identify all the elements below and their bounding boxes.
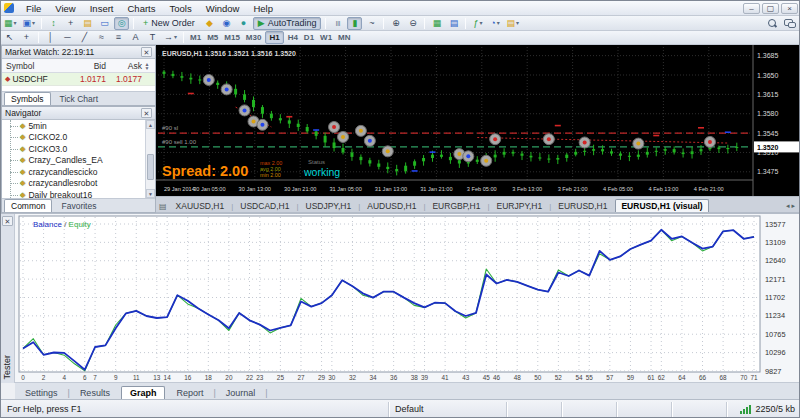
strategy-tester-button[interactable]: ◎ [114,17,129,30]
crosshair-tool-button[interactable]: + [19,31,34,44]
tester-tab-results[interactable]: Results [71,386,119,399]
minimize-button[interactable]: – [743,3,760,14]
market-watch-scroll[interactable]: ▲▼ [142,62,152,70]
line-chart-button[interactable]: ~ [364,17,379,30]
crosshair-icon: + [24,32,29,43]
indicators-button[interactable]: ƒ▾ [470,17,485,30]
experts-button[interactable]: ◉ [219,17,234,30]
tab-scroll-arrows[interactable]: ◂▸ [786,202,800,212]
fibonacci-button[interactable]: ≡ [111,31,126,44]
tab-favorites[interactable]: Favorites [54,199,103,212]
tester-graph-canvas[interactable]: 0246791113141618202223252729303234363839… [15,214,800,383]
timeframe-h4[interactable]: H4 [285,33,301,42]
chart-tab-eurjpy[interactable]: EURJPY,H1 [491,199,549,212]
channel-button[interactable]: ≈ [94,31,109,44]
chart-tab-eurusd-visual[interactable]: EURUSD,H1 (visual) [615,199,708,212]
svg-text:1.3520: 1.3520 [757,144,779,151]
navigator-close-button[interactable]: ✕ [141,108,152,118]
search-button[interactable] [765,17,780,30]
chart-tab-eurgbp[interactable]: EURGBP,H1 [426,199,486,212]
scrollbar-thumb[interactable] [147,154,154,180]
navigator-item-crazy-candles-ea[interactable]: ◆Crazy_Candles_EA [2,155,155,167]
svg-text:52: 52 [555,374,563,381]
data-window-button[interactable]: + [63,17,78,30]
navigator-scrollbar[interactable]: ▲ ▼ [145,120,155,198]
tester-graph[interactable]: 0246791113141618202223252729303234363839… [15,214,800,383]
chart-tab-audusd[interactable]: AUDUSD,H1 [361,199,422,212]
menu-view[interactable]: View [48,2,82,15]
community-button[interactable]: ● [236,17,251,30]
autotrading-button[interactable]: ▶AutoTrading [253,17,322,30]
chart-tab-eurusd[interactable]: EURUSD,H1 [552,199,613,212]
timeframe-m5[interactable]: M5 [204,33,221,42]
new-chart-button[interactable]: ▦▾ [2,17,19,30]
community-chat-button[interactable] [782,17,797,30]
timeframe-mn[interactable]: MN [335,33,353,42]
price-chart-canvas[interactable]: 29 Jan 201430 Jan 05:0030 Jan 13:0030 Ja… [156,45,800,196]
navigator-item-5min[interactable]: ◆5min [2,120,155,132]
menu-tools[interactable]: Tools [162,2,198,15]
price-chart[interactable]: 29 Jan 201430 Jan 05:0030 Jan 13:0030 Ja… [156,45,800,196]
navigator-item-cicko2[interactable]: ◆CICKO2.0 [2,132,155,144]
market-watch-button[interactable]: ↕ [46,17,61,30]
market-watch-close-button[interactable]: ✕ [141,47,152,57]
svg-text:54: 54 [575,374,583,381]
periods-button[interactable]: ◔▾ [487,17,502,30]
navigator-item-crazycandlesrobot[interactable]: ◆crazycandlesrobot [2,178,155,190]
tab-symbols[interactable]: Symbols [4,92,51,105]
trendline-button[interactable]: ╱ [77,31,92,44]
zoom-out-button[interactable]: ⊖ [405,17,420,30]
chart-tab-usdcad[interactable]: USDCAD,H1 [234,199,295,212]
candle-chart-icon: ▮ [352,18,357,29]
connection-bars-icon [740,405,751,414]
chart-tab-usdjpy[interactable]: USDJPY,H1 [300,199,358,212]
timeframe-d1[interactable]: D1 [301,33,317,42]
tester-close-button[interactable]: ✕ [2,216,13,226]
profiles-button[interactable]: ▣▾ [21,17,38,30]
menu-insert[interactable]: Insert [83,2,121,15]
scroll-down-button[interactable]: ▼ [146,189,155,198]
navigator-item-crazycandlescicko[interactable]: ◆crazycandlescicko [2,166,155,178]
zoom-in-button[interactable]: ⊕ [388,17,403,30]
menu-file[interactable]: File [19,2,48,15]
text-label-button[interactable]: T [145,31,160,44]
scroll-up-button[interactable]: ▲ [146,120,155,129]
cascade-windows-button[interactable]: ▤ [446,17,461,30]
tester-tab-settings[interactable]: Settings [16,386,67,399]
cursor-tool-button[interactable]: ↖ [2,31,17,44]
status-connection[interactable]: 2250/5 kb [727,402,800,417]
menu-window[interactable]: Window [199,2,247,15]
terminal-button[interactable]: ▭ [97,17,112,30]
vertical-line-button[interactable]: │ [43,31,58,44]
tile-windows-button[interactable]: ▦ [429,17,444,30]
new-order-button[interactable]: +New Order [138,17,200,30]
timeframe-w1[interactable]: W1 [317,33,335,42]
tab-common[interactable]: Common [4,199,52,212]
arrows-button[interactable]: →▾ [162,31,179,44]
market-watch-row-usdchf[interactable]: ◆USDCHF 1.0171 1.0177 [2,73,155,86]
horizontal-line-button[interactable]: ─ [60,31,75,44]
tab-tick-chart[interactable]: Tick Chart [53,92,105,105]
navigator-button[interactable]: ▤ [80,17,95,30]
svg-text:14: 14 [164,374,172,381]
timeframe-h1[interactable]: H1 [265,31,283,44]
timeframe-m15[interactable]: M15 [221,33,243,42]
bar-chart-button[interactable]: ||| [330,17,345,30]
close-button[interactable]: × [781,3,798,14]
menu-charts[interactable]: Charts [121,2,163,15]
chart-tab-xauusd[interactable]: XAUUSD,H1 [170,199,231,212]
status-profile[interactable]: Default [389,402,507,417]
timeframe-m30[interactable]: M30 [243,33,265,42]
timeframe-m1[interactable]: M1 [187,33,204,42]
tester-tab-report[interactable]: Report [167,386,212,399]
tester-tab-journal[interactable]: Journal [217,386,265,399]
menu-help[interactable]: Help [246,2,280,15]
navigator-item-daily-breakout16[interactable]: ◆Daily breakout16 [2,189,155,198]
navigator-item-cicko3[interactable]: ◆CICKO3.0 [2,143,155,155]
metaeditor-button[interactable]: ◆ [202,17,217,30]
templates-button[interactable]: ▤▾ [504,17,521,30]
text-tool-button[interactable]: A [128,31,143,44]
candle-chart-button[interactable]: ▮ [347,17,362,30]
tester-tab-graph[interactable]: Graph [121,386,166,399]
restore-button[interactable]: ▢ [762,3,779,14]
